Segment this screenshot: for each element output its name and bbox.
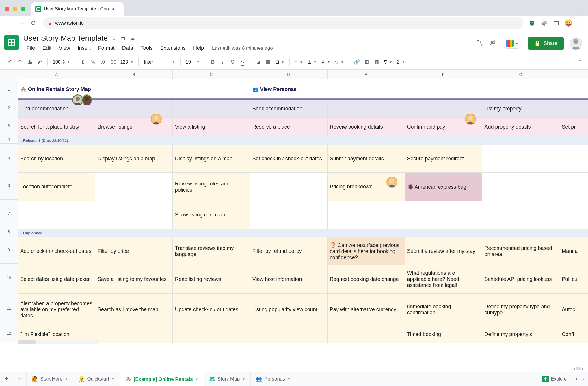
bold-button[interactable]: B bbox=[209, 58, 217, 66]
insert-chart-button[interactable]: ▥ bbox=[372, 58, 381, 66]
cell[interactable]: Define my property's bbox=[482, 326, 559, 343]
cell[interactable] bbox=[250, 326, 328, 343]
move-icon[interactable]: 🗀 bbox=[120, 35, 126, 41]
cell[interactable]: ❓ Can we resurface previous card details… bbox=[328, 237, 405, 265]
sheet-nav-left-icon[interactable]: ‹ bbox=[576, 376, 578, 382]
cell[interactable]: List my property bbox=[482, 100, 559, 117]
percent-button[interactable]: % bbox=[89, 58, 97, 66]
sheet-nav-right-icon[interactable]: › bbox=[582, 376, 584, 382]
more-formats-button[interactable]: 123▼ bbox=[118, 60, 135, 65]
col-header-e[interactable]: E bbox=[328, 70, 405, 79]
cell[interactable] bbox=[95, 326, 173, 343]
cell[interactable] bbox=[559, 173, 588, 201]
cell[interactable]: Filter by refund policy bbox=[250, 237, 328, 265]
cell[interactable]: Schedule API pricing lookups bbox=[482, 265, 559, 293]
browser-menu-icon[interactable]: ⋮ bbox=[577, 19, 583, 27]
row-header[interactable]: 3 bbox=[0, 116, 18, 135]
sheet-tab-dropdown-icon[interactable]: ▼ bbox=[111, 377, 115, 381]
cell[interactable]: Translate reviews into my language bbox=[173, 237, 250, 265]
doc-title[interactable]: User Story Map Template bbox=[23, 34, 108, 43]
menu-file[interactable]: File bbox=[23, 44, 38, 52]
cell[interactable]: Recommended pricing based on area bbox=[482, 237, 559, 265]
text-color-button[interactable]: A bbox=[238, 58, 247, 66]
cell[interactable] bbox=[173, 100, 250, 117]
sheet-tab-dropdown-icon[interactable]: ▼ bbox=[242, 377, 245, 381]
cell[interactable]: Select dates using date picker bbox=[18, 265, 95, 293]
minimize-window-button[interactable] bbox=[13, 7, 17, 11]
row-header[interactable]: 2 bbox=[0, 99, 18, 116]
vertical-align-button[interactable]: ⊥▼ bbox=[306, 59, 318, 65]
cell[interactable]: Show listing mini map bbox=[173, 201, 250, 229]
menu-edit[interactable]: Edit bbox=[39, 44, 55, 52]
cell[interactable] bbox=[250, 173, 328, 201]
cell[interactable]: Manua bbox=[559, 237, 588, 265]
print-button[interactable]: 🖶 bbox=[25, 58, 34, 66]
cell[interactable]: Set pr bbox=[559, 118, 588, 136]
cell[interactable]: Read listing reviews bbox=[173, 265, 250, 293]
cell[interactable] bbox=[482, 145, 559, 172]
cell[interactable]: Search for a place to stay bbox=[18, 118, 95, 136]
cell[interactable] bbox=[328, 201, 405, 229]
row-header[interactable]: 12 bbox=[0, 324, 18, 342]
italic-button[interactable]: I bbox=[218, 58, 227, 66]
star-icon[interactable]: ☆ bbox=[112, 35, 116, 42]
sheet-tab-dropdown-icon[interactable]: ▼ bbox=[287, 377, 291, 381]
cell[interactable]: Location autocomplete bbox=[18, 173, 95, 201]
activity-icon[interactable]: 〽 bbox=[477, 40, 483, 47]
cell[interactable] bbox=[95, 100, 173, 117]
tabs-dropdown-icon[interactable]: ⌄ bbox=[578, 6, 582, 12]
cell[interactable]: Alert when a property becomes available … bbox=[18, 294, 95, 326]
cell[interactable]: Pull cu bbox=[559, 265, 588, 293]
font-select[interactable]: Inter▼ bbox=[142, 60, 177, 65]
cell[interactable]: Add check-in / check-out dates bbox=[18, 237, 95, 265]
cell[interactable] bbox=[482, 201, 559, 229]
cell[interactable] bbox=[328, 100, 405, 117]
cell[interactable] bbox=[250, 201, 328, 229]
sheets-logo-icon[interactable] bbox=[4, 35, 19, 50]
zoom-select[interactable]: 100%▼ bbox=[51, 60, 72, 65]
cell[interactable] bbox=[173, 326, 250, 343]
sheet-tab[interactable]: 👥Personas▼ bbox=[251, 372, 296, 386]
share-button[interactable]: Share bbox=[528, 37, 564, 50]
text-rotation-button[interactable]: ⤡▼ bbox=[333, 59, 345, 65]
meet-button[interactable]: ▼ bbox=[502, 38, 522, 49]
functions-button[interactable]: Σ▼ bbox=[395, 60, 407, 65]
undo-button[interactable]: ↶ bbox=[6, 58, 14, 66]
url-input[interactable]: ▲ www.avion.io bbox=[43, 17, 523, 29]
cell[interactable]: Book accommodation bbox=[250, 100, 328, 117]
menu-tools[interactable]: Tools bbox=[137, 44, 156, 52]
cell[interactable]: 🐞 American express bug bbox=[405, 173, 482, 201]
cell[interactable]: What regulations are applicable here? Ne… bbox=[405, 265, 482, 293]
cell[interactable]: Pay with alternative currency bbox=[328, 294, 405, 326]
cell[interactable]: Confi bbox=[559, 326, 588, 343]
sheet-tab[interactable]: 🙋Start Here▼ bbox=[27, 372, 73, 386]
menu-format[interactable]: Format bbox=[95, 44, 118, 52]
maximize-window-button[interactable] bbox=[21, 7, 25, 11]
cell[interactable]: 🏘️ Online Rentals Story Map bbox=[18, 79, 250, 99]
row-header[interactable]: 6 bbox=[0, 171, 18, 200]
tab-close-icon[interactable]: × bbox=[112, 6, 115, 12]
sheet-tab-dropdown-icon[interactable]: ▼ bbox=[65, 377, 68, 381]
increase-decimal-button[interactable]: .00 bbox=[108, 58, 118, 66]
row-header[interactable]: 5 bbox=[0, 144, 18, 171]
font-size-select[interactable]: 10▼ bbox=[184, 60, 201, 65]
col-header-d[interactable]: D bbox=[250, 70, 328, 79]
redo-button[interactable]: ↷ bbox=[16, 58, 24, 66]
cloud-status-icon[interactable]: ☁ bbox=[130, 35, 135, 42]
comments-icon[interactable] bbox=[489, 39, 496, 48]
row-header[interactable]: 7 bbox=[0, 200, 18, 227]
cell[interactable]: Immediate booking confirmation bbox=[405, 294, 482, 326]
shield-icon[interactable] bbox=[529, 20, 535, 27]
row-header[interactable]: 4 bbox=[0, 135, 18, 144]
row-header[interactable]: 10 bbox=[0, 264, 18, 292]
merge-cells-button[interactable]: ⊟▼ bbox=[273, 59, 286, 65]
cell[interactable]: Reveiw booking details bbox=[328, 118, 405, 136]
cell[interactable]: Timed booking bbox=[405, 326, 482, 343]
cell[interactable]: Submit a review after my stay bbox=[405, 237, 482, 265]
cell[interactable]: Filter by price bbox=[95, 237, 173, 265]
currency-button[interactable]: £ bbox=[79, 58, 88, 66]
cell[interactable]: View host information bbox=[250, 265, 328, 293]
horizontal-scrollbar[interactable] bbox=[18, 340, 99, 344]
add-sheet-button[interactable]: + bbox=[0, 372, 13, 386]
cell[interactable] bbox=[405, 201, 482, 229]
